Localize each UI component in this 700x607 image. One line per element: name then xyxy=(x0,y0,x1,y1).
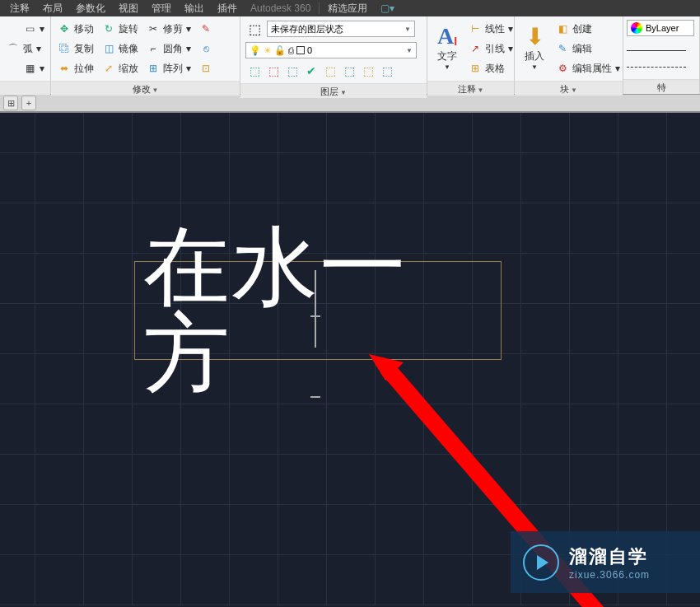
drawing-canvas[interactable]: 在水一方 溜溜自学 zixue.3066.com xyxy=(0,113,700,605)
editattr-icon: ⚙ xyxy=(556,62,569,75)
layer-icon7[interactable]: ⬚ xyxy=(359,62,377,80)
array-icon: ⊞ xyxy=(147,62,160,75)
modify-tool3[interactable]: ⊡ xyxy=(196,59,216,77)
menu-featured[interactable]: 精选应用 xyxy=(321,2,374,16)
text-cursor xyxy=(315,270,316,348)
copy-button[interactable]: ⿻复制 xyxy=(54,40,97,58)
array-button[interactable]: ⊞阵列 ▾ xyxy=(143,59,194,77)
panel-modify-title: 修改▼ xyxy=(51,81,240,96)
editblk-icon: ✎ xyxy=(556,42,569,55)
layer-name: 0 xyxy=(307,45,312,55)
layer-icon5[interactable]: ⬚ xyxy=(321,62,339,80)
play-icon xyxy=(523,544,559,581)
rotate-icon: ↻ xyxy=(102,22,115,35)
insert-button[interactable]: ⬇ 插入 ▼ xyxy=(518,20,551,74)
join-icon: ⊡ xyxy=(199,62,212,75)
fillet-icon: ⌐ xyxy=(147,42,160,55)
sun-icon: ☀ xyxy=(264,45,272,56)
text-icon: AI xyxy=(434,23,460,49)
trim-icon: ✂ xyxy=(147,22,160,35)
hatch-icon: ▦ xyxy=(23,62,36,75)
panel-props-title: 特 xyxy=(623,79,699,94)
arc-button[interactable]: ⌒弧▾ xyxy=(3,40,48,58)
print-icon: ⎙ xyxy=(288,45,294,55)
stretch-button[interactable]: ⬌拉伸 xyxy=(54,59,97,77)
lightbulb-icon: 💡 xyxy=(250,45,261,56)
layer-icon3[interactable]: ⬚ xyxy=(283,62,301,80)
tab-new-button[interactable]: + xyxy=(21,96,36,110)
fillet-button[interactable]: ⌐圆角 ▾ xyxy=(143,40,194,58)
menu-manage[interactable]: 管理 xyxy=(145,2,178,16)
layer-dropdown[interactable]: 💡 ☀ 🔓 ⎙ 0 ▼ xyxy=(245,42,417,58)
leader-icon: ↗ xyxy=(469,42,482,55)
lineweight-dropdown[interactable] xyxy=(627,40,686,51)
table-button[interactable]: ⊞表格 xyxy=(465,59,516,77)
color-dropdown[interactable]: ByLayer xyxy=(627,20,694,36)
panel-properties: ByLayer 特 xyxy=(623,16,700,94)
stretch-icon: ⬌ xyxy=(58,62,71,75)
edit-icon: ✎ xyxy=(199,22,212,35)
create-icon: ◧ xyxy=(556,22,569,35)
menu-plugins[interactable]: 插件 xyxy=(211,2,244,16)
cursor-cap-top xyxy=(310,315,320,317)
layer-props-button[interactable]: ⬚ xyxy=(245,20,264,38)
layer-state-label: 未保存的图层状态 xyxy=(271,23,343,35)
linear-button[interactable]: ⊢线性 ▾ xyxy=(465,20,516,38)
table-icon: ⊞ xyxy=(469,62,482,75)
move-icon: ✥ xyxy=(58,22,71,35)
draw-tool3[interactable]: ▦▾ xyxy=(3,59,48,77)
trim-button[interactable]: ✂修剪 ▾ xyxy=(143,20,194,38)
text-content: 在水一方 xyxy=(143,224,492,397)
color-wheel-icon xyxy=(631,22,642,34)
panel-modify: ✥移动 ⿻复制 ⬌拉伸 ↻旋转 ◫镜像 ⤢缩放 ✂修剪 ▾ ⌐圆角 ▾ ⊞阵列 … xyxy=(51,16,240,94)
watermark-title: 溜溜自学 xyxy=(569,544,650,569)
menu-autodesk360[interactable]: Autodesk 360 xyxy=(244,2,317,14)
leader-button[interactable]: ↗引线 ▾ xyxy=(465,40,516,58)
menu-output[interactable]: 输出 xyxy=(178,2,211,16)
insert-icon: ⬇ xyxy=(521,23,548,49)
panel-layer: ⬚ 未保存的图层状态 ▼ 💡 ☀ 🔓 ⎙ 0 ▼ ⬚ ⬚ xyxy=(240,16,427,94)
text-edit-box[interactable]: 在水一方 xyxy=(134,261,502,360)
panel-layer-title: 图层▼ xyxy=(240,83,427,98)
chevron-down-icon: ▼ xyxy=(404,26,411,33)
menu-layout[interactable]: 布局 xyxy=(36,2,69,16)
tab-home-button[interactable]: ⊞ xyxy=(3,96,18,110)
draw-tool1[interactable]: ▭▾ xyxy=(3,20,48,38)
menu-separator xyxy=(319,2,320,14)
move-button[interactable]: ✥移动 xyxy=(54,20,97,38)
menu-annotate[interactable]: 注释 xyxy=(3,2,36,16)
linetype-dropdown[interactable] xyxy=(627,56,686,68)
menu-bar: 注释 布局 参数化 视图 管理 输出 插件 Autodesk 360 精选应用 … xyxy=(0,0,700,16)
modify-tool1[interactable]: ✎ xyxy=(196,20,216,38)
color-swatch xyxy=(296,46,305,54)
scale-button[interactable]: ⤢缩放 xyxy=(99,59,142,77)
layer-icon8[interactable]: ⬚ xyxy=(378,62,396,80)
menu-view[interactable]: 视图 xyxy=(112,2,145,16)
copy-icon: ⿻ xyxy=(58,42,71,55)
lock-icon: 🔓 xyxy=(274,45,286,56)
mirror-button[interactable]: ◫镜像 xyxy=(99,40,142,58)
menu-parametric[interactable]: 参数化 xyxy=(69,2,112,16)
panel-draw-title xyxy=(0,81,50,95)
editattr-button[interactable]: ⚙编辑属性 ▾ xyxy=(553,59,623,77)
layer-state-dropdown[interactable]: 未保存的图层状态 ▼ xyxy=(267,21,415,37)
arc-icon: ⌒ xyxy=(7,42,20,55)
edit-button[interactable]: ✎编辑 xyxy=(553,40,623,58)
mirror-icon: ◫ xyxy=(102,42,115,55)
watermark: 溜溜自学 zixue.3066.com xyxy=(511,531,700,593)
menu-extra-icon[interactable]: ▢▾ xyxy=(374,2,401,14)
cursor-cap-bot xyxy=(310,396,320,398)
modify-tool2[interactable]: ⎋ xyxy=(196,40,216,58)
panel-draw: ▭▾ ⌒弧▾ ▦▾ xyxy=(0,16,51,94)
layer-icon6[interactable]: ⬚ xyxy=(340,62,358,80)
linear-icon: ⊢ xyxy=(469,22,482,35)
chevron-down-icon: ▼ xyxy=(406,47,413,54)
break-icon: ⎋ xyxy=(199,42,212,55)
layer-icon4[interactable]: ✔ xyxy=(302,62,320,80)
rotate-button[interactable]: ↻旋转 xyxy=(99,20,142,38)
create-button[interactable]: ◧创建 xyxy=(553,20,623,38)
scale-icon: ⤢ xyxy=(102,62,115,75)
text-button[interactable]: AI 文字 ▼ xyxy=(431,20,464,74)
layer-icon1[interactable]: ⬚ xyxy=(245,62,264,80)
layer-icon2[interactable]: ⬚ xyxy=(264,62,282,80)
